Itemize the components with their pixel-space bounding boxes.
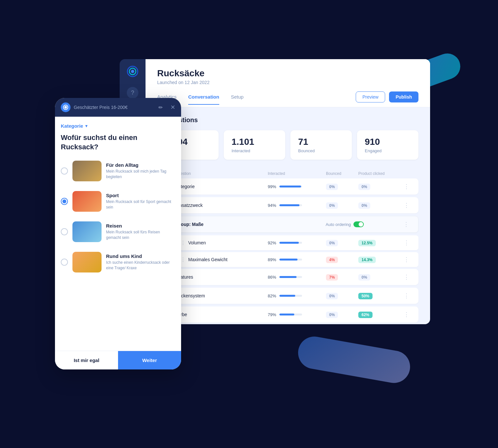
col-product: Product clicked	[358, 171, 404, 176]
bounced-cell: 7%	[326, 274, 358, 280]
interacted-cell: 99%	[268, 184, 326, 189]
bounced-cell: 0%	[326, 312, 358, 317]
interacted-pct: 99%	[268, 184, 276, 189]
bounced-cell: 0%	[326, 240, 358, 246]
stat-bounced: 71 Bounced	[290, 130, 352, 160]
auto-ordering-toggle[interactable]	[353, 221, 364, 227]
interacted-cell: 86%	[268, 275, 326, 280]
interacted-cell: 82%	[268, 293, 326, 298]
app-logo	[127, 66, 138, 77]
product-cell: 12.5%	[358, 240, 404, 246]
skip-button[interactable]: Ist mir egal	[55, 351, 118, 369]
product-badge: 0%	[358, 202, 370, 209]
bounced-cell: 0%	[326, 184, 358, 189]
edit-icon[interactable]: ✏	[158, 104, 163, 111]
choice-subtitle: Mein Rucksack soll mich jeden Tag beglei…	[106, 169, 175, 180]
stat-engaged-label: Engaged	[365, 148, 411, 153]
table-header: Question Interacted Bounced Product clic…	[157, 169, 418, 178]
progress-bar-bg	[279, 204, 302, 206]
interacted-pct: 92%	[268, 240, 276, 245]
radio-kind[interactable]	[61, 259, 68, 266]
col-question: Question	[175, 171, 268, 176]
product-badge: 14.3%	[358, 257, 376, 263]
more-icon[interactable]: ⋮	[404, 311, 413, 318]
choice-title: Für den Alltag	[106, 162, 175, 168]
interacted-cell: 94%	[268, 203, 326, 208]
refresh-icon	[63, 104, 69, 110]
choice-subtitle: Mein Rucksack soll für Sport gemacht sei…	[106, 199, 175, 210]
more-icon[interactable]: ⋮	[404, 202, 413, 209]
product-badge: 50%	[358, 293, 373, 299]
bounced-badge: 0%	[326, 293, 338, 299]
interacted-pct: 86%	[268, 275, 276, 280]
tab-conversation[interactable]: Conversation	[188, 94, 219, 105]
list-item[interactable]: Für den Alltag Mein Rucksack soll mich j…	[61, 158, 175, 184]
question-name: Rückensystem	[175, 293, 268, 298]
progress-bar-bg	[279, 314, 302, 315]
stat-bounced-number: 71	[298, 137, 344, 147]
more-icon[interactable]: ⋮	[404, 239, 413, 246]
kategorie-label: Kategorie ▼	[61, 123, 175, 129]
product-cell: 0%	[358, 274, 404, 280]
table-row: ⋮⋮ Maximales Gewicht 89% 4% 14.3% ⋮	[157, 252, 418, 267]
interacted-pct: 79%	[268, 312, 276, 317]
question-name: Features	[175, 274, 268, 280]
product-cell: 14.3%	[358, 257, 404, 262]
progress-bar-fill	[279, 259, 298, 261]
product-badge: 0%	[358, 184, 370, 190]
phone-mockup: Geschätzter Preis 16-200€ ✏ ✕ Kategorie …	[55, 98, 181, 369]
product-badge: 12.5%	[358, 240, 376, 246]
more-icon[interactable]: ⋮	[404, 273, 413, 281]
table-row: ⋮⋮ Volumen 92% 0% 12.5% ⋮	[157, 235, 418, 250]
tab-setup[interactable]: Setup	[231, 94, 244, 105]
product-badge: 0%	[358, 274, 370, 281]
sidebar-help-icon[interactable]: ?	[127, 87, 138, 99]
stat-interacted-label: Interacted	[232, 148, 277, 153]
choice-text-alltag: Für den Alltag Mein Rucksack soll mich j…	[106, 162, 175, 180]
list-item[interactable]: Sport Mein Rucksack soll für Sport gemac…	[61, 188, 175, 214]
next-button[interactable]: Weiter	[118, 351, 181, 369]
close-icon[interactable]: ✕	[170, 104, 175, 111]
bounced-badge: 0%	[326, 184, 338, 190]
radio-reisen[interactable]	[61, 228, 68, 235]
radio-sport[interactable]	[61, 198, 68, 205]
question-name: Kategorie	[175, 184, 268, 189]
radio-alltag[interactable]	[61, 167, 68, 175]
question-name: Farbe	[175, 312, 268, 317]
interacted-cell: 79%	[268, 312, 326, 317]
preview-button[interactable]: Preview	[356, 91, 385, 102]
group-row: Group: Maße Auto ordering ⋮	[157, 216, 418, 233]
progress-bar-fill	[279, 242, 299, 244]
questions-title: 12 Questions	[157, 116, 418, 124]
more-icon[interactable]: ⋮	[404, 292, 413, 299]
question-name: Volumen	[188, 240, 268, 245]
bounced-badge: 4%	[326, 257, 338, 263]
col-bounced: Bounced	[326, 171, 358, 176]
more-icon[interactable]: ⋮	[404, 256, 413, 263]
bounced-cell: 0%	[326, 202, 358, 208]
table-row: ⋮⋮ Einsatzzweck 94% 0% 0% ⋮	[157, 197, 418, 213]
choice-text-kind: Rund ums Kind Ich suche einen Kinderruck…	[106, 253, 175, 271]
interacted-pct: 82%	[268, 293, 276, 298]
more-icon[interactable]: ⋮	[403, 221, 413, 228]
phone-header-icon	[61, 102, 70, 112]
auto-ordering: Auto ordering	[326, 221, 403, 227]
publish-button[interactable]: Publish	[389, 91, 418, 102]
interacted-cell: 89%	[268, 257, 326, 262]
bounced-cell: 0%	[326, 293, 358, 299]
list-item[interactable]: Reisen Mein Rucksack soll fürs Reisen ge…	[61, 219, 175, 245]
progress-bar-bg	[279, 186, 302, 187]
panel-header: Rucksäcke Launched on 12 Jan 2022 Analyt…	[146, 59, 430, 107]
stats-row: 1.294 Viewed 1.101 Interacted 71 Bounced…	[157, 130, 418, 160]
progress-bar-fill	[279, 314, 294, 315]
auto-ordering-label: Auto ordering	[326, 222, 351, 227]
chevron-down-icon: ▼	[84, 124, 88, 128]
nav-tabs: Analytics Conversation Setup Preview Pub…	[157, 91, 418, 107]
more-icon[interactable]: ⋮	[404, 183, 413, 190]
product-cell: 50%	[358, 293, 404, 299]
group-label: Group: Maße	[176, 222, 267, 227]
choice-image-kind	[72, 252, 102, 272]
table-row: ⋮⋮ Farbe 79% 0% 62% ⋮	[157, 306, 418, 323]
phone-question: Wofür suchst du einen Rucksack?	[61, 133, 175, 152]
list-item[interactable]: Rund ums Kind Ich suche einen Kinderruck…	[61, 249, 175, 275]
